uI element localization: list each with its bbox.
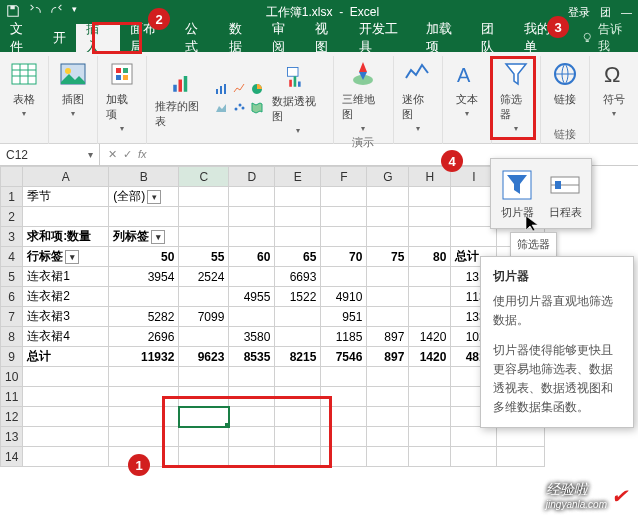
- row-header[interactable]: 4: [1, 247, 23, 267]
- 3d-map-button[interactable]: 三维地图▾: [340, 56, 387, 135]
- active-cell[interactable]: [179, 407, 229, 427]
- recommended-charts-button[interactable]: 推荐的图表: [153, 67, 210, 131]
- col-header[interactable]: E: [275, 167, 321, 187]
- tab-mymenu[interactable]: 我的菜单: [514, 24, 581, 52]
- row-header[interactable]: 7: [1, 307, 23, 327]
- map-chart-icon[interactable]: [250, 100, 264, 114]
- cancel-formula-icon[interactable]: ✕: [108, 148, 117, 161]
- row-header[interactable]: 3: [1, 227, 23, 247]
- col-header[interactable]: D: [229, 167, 275, 187]
- fx-icon[interactable]: fx: [138, 148, 147, 161]
- filter-button[interactable]: 筛选器▾: [498, 56, 534, 135]
- tables-button[interactable]: 表格▾: [6, 56, 42, 120]
- minimize-icon[interactable]: —: [621, 6, 632, 18]
- illustrations-button[interactable]: 插图▾: [55, 56, 91, 120]
- cell[interactable]: 连衣裙3: [23, 307, 109, 327]
- tab-addin[interactable]: 加载项: [416, 24, 471, 52]
- cell[interactable]: 75: [367, 247, 409, 267]
- name-box[interactable]: C12▾: [0, 144, 100, 165]
- row-dropdown-icon[interactable]: ▾: [65, 250, 79, 264]
- col-header[interactable]: H: [409, 167, 451, 187]
- svg-rect-15: [224, 84, 226, 94]
- cell[interactable]: 求和项:数量: [23, 227, 109, 247]
- line-chart-icon[interactable]: [232, 82, 246, 96]
- row-header[interactable]: 11: [1, 387, 23, 407]
- svg-rect-9: [123, 75, 128, 80]
- pivot-chart-button[interactable]: 数据透视图▾: [270, 62, 327, 137]
- bar-chart-icon[interactable]: [214, 82, 228, 96]
- cell[interactable]: 行标签▾: [23, 247, 109, 267]
- cell[interactable]: 65: [275, 247, 321, 267]
- cell[interactable]: (全部)▾: [109, 187, 179, 207]
- cell[interactable]: [367, 267, 409, 287]
- symbol-button[interactable]: Ω 符号▾: [596, 56, 632, 120]
- info-panel: 切片器 使用切片器直观地筛选数据。 切片器使得能够更快且更容易地筛选表、数据透视…: [480, 256, 634, 428]
- tab-team[interactable]: 团队: [471, 24, 514, 52]
- redo-icon[interactable]: [50, 4, 64, 20]
- cell[interactable]: [321, 267, 367, 287]
- save-icon[interactable]: [6, 4, 20, 20]
- col-header[interactable]: G: [367, 167, 409, 187]
- filter-dropdown-icon[interactable]: ▾: [147, 190, 161, 204]
- row-header[interactable]: 6: [1, 287, 23, 307]
- tab-view[interactable]: 视图: [305, 24, 348, 52]
- col-header[interactable]: F: [321, 167, 367, 187]
- col-dropdown-icon[interactable]: ▾: [151, 230, 165, 244]
- cell[interactable]: 连衣裙1: [23, 267, 109, 287]
- tab-formula[interactable]: 公式: [175, 24, 218, 52]
- cell[interactable]: 3954: [109, 267, 179, 287]
- col-header[interactable]: A: [23, 167, 109, 187]
- tell-me[interactable]: 告诉我: [581, 24, 638, 52]
- select-all-corner[interactable]: [1, 167, 23, 187]
- chevron-down-icon[interactable]: ▾: [88, 149, 93, 160]
- row-header[interactable]: 5: [1, 267, 23, 287]
- row-header[interactable]: 9: [1, 347, 23, 367]
- svg-rect-14: [220, 86, 222, 94]
- cell[interactable]: 2524: [179, 267, 229, 287]
- login-link[interactable]: 登录: [568, 5, 590, 20]
- cell[interactable]: 季节: [23, 187, 109, 207]
- scatter-chart-icon[interactable]: [232, 100, 246, 114]
- tab-insert[interactable]: 插入: [76, 24, 119, 52]
- cell[interactable]: [229, 267, 275, 287]
- row-header[interactable]: 14: [1, 447, 23, 467]
- link-button[interactable]: 链接: [547, 56, 583, 109]
- accept-formula-icon[interactable]: ✓: [123, 148, 132, 161]
- tab-review[interactable]: 审阅: [262, 24, 305, 52]
- row-header[interactable]: 13: [1, 427, 23, 447]
- cell[interactable]: 列标签▾: [109, 227, 179, 247]
- sparklines-button[interactable]: 迷你图▾: [400, 56, 436, 135]
- slicer-option[interactable]: 切片器: [497, 165, 537, 222]
- row-header[interactable]: 2: [1, 207, 23, 227]
- addins-button[interactable]: 加载项▾: [104, 56, 140, 135]
- row-header[interactable]: 10: [1, 367, 23, 387]
- cell[interactable]: 6693: [275, 267, 321, 287]
- cell[interactable]: 55: [179, 247, 229, 267]
- col-header[interactable]: C: [179, 167, 229, 187]
- cell[interactable]: 60: [229, 247, 275, 267]
- cell[interactable]: 50: [109, 247, 179, 267]
- text-button[interactable]: A 文本▾: [449, 56, 485, 120]
- chart-type-grid[interactable]: [214, 82, 266, 116]
- window-mode-icon[interactable]: 团: [600, 5, 611, 20]
- tab-home-partial[interactable]: 开: [43, 24, 76, 52]
- timeline-option[interactable]: 日程表: [545, 165, 585, 222]
- cell[interactable]: [409, 267, 451, 287]
- cell[interactable]: 连衣裙4: [23, 327, 109, 347]
- row-header[interactable]: 8: [1, 327, 23, 347]
- tab-file[interactable]: 文件: [0, 24, 43, 52]
- col-header[interactable]: B: [109, 167, 179, 187]
- info-title: 切片器: [493, 267, 621, 286]
- tab-layout-partial[interactable]: 面布局: [120, 24, 175, 52]
- cell[interactable]: 总计: [23, 347, 109, 367]
- undo-icon[interactable]: [28, 4, 42, 20]
- tab-data[interactable]: 数据: [219, 24, 262, 52]
- area-chart-icon[interactable]: [214, 100, 228, 114]
- cell[interactable]: 连衣裙2: [23, 287, 109, 307]
- row-header[interactable]: 1: [1, 187, 23, 207]
- row-header[interactable]: 12: [1, 407, 23, 427]
- cell[interactable]: 80: [409, 247, 451, 267]
- cell[interactable]: 70: [321, 247, 367, 267]
- pie-chart-icon[interactable]: [250, 82, 264, 96]
- tab-dev[interactable]: 开发工具: [349, 24, 416, 52]
